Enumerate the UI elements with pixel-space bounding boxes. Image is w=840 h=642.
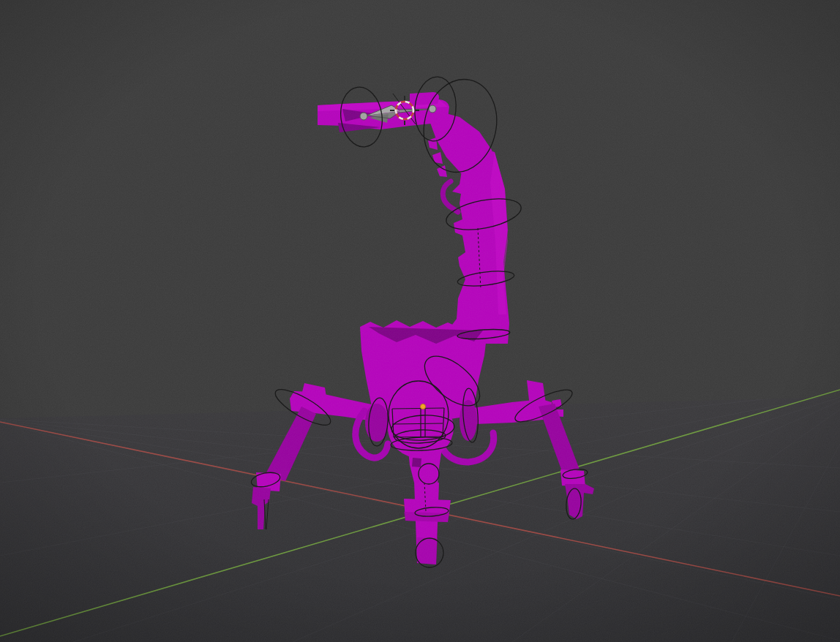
vignette-overlay (0, 0, 840, 642)
viewport-canvas[interactable] (0, 0, 840, 642)
blender-3d-viewport[interactable] (0, 0, 840, 642)
